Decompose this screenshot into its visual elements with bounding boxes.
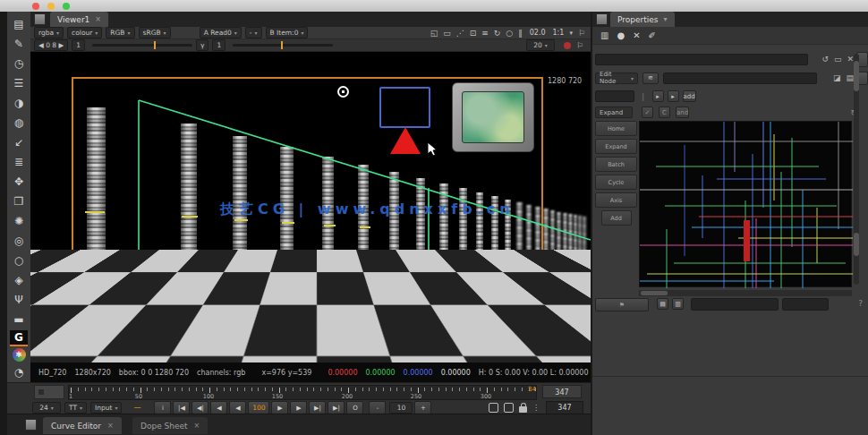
monitor-out-icon[interactable]: ⊡ (470, 29, 477, 38)
fps-dropdown[interactable]: 24 (32, 402, 61, 414)
particles-icon[interactable]: ✺ (10, 212, 28, 230)
chevron-down-icon[interactable]: ▾ (569, 30, 573, 37)
gain-value[interactable]: 1 (72, 39, 85, 51)
chevron-down-icon[interactable]: ▾ (663, 15, 667, 23)
viewer-settings-icon[interactable]: ⚐ (578, 29, 585, 38)
goto-end-button[interactable]: ▶| (328, 401, 345, 414)
wipe-dropdown[interactable]: - (245, 27, 262, 38)
range-toggle-icon[interactable] (489, 403, 498, 413)
pane-menu-button-bottom[interactable] (25, 419, 37, 431)
dotted-range-icon[interactable]: ⋮ (532, 404, 540, 412)
viewer-process-dropdown[interactable]: sRGB (139, 27, 171, 38)
increment-button[interactable]: + (414, 401, 431, 414)
ofx-icon[interactable]: ✱ (13, 348, 26, 362)
3d-icon[interactable]: ❐ (10, 192, 28, 210)
footer-field-2[interactable] (782, 298, 829, 311)
curve-item-master[interactable]: Home (595, 121, 637, 136)
tab-close-icon[interactable]: × (107, 422, 114, 430)
tab-close-icon[interactable]: × (95, 15, 101, 23)
pane-menu-button[interactable] (34, 13, 46, 25)
horizontal-scrollbar[interactable] (639, 290, 852, 296)
prev-frame-button[interactable]: ◀ (229, 401, 246, 414)
tab-viewer1[interactable]: Viewer1 × (50, 12, 108, 27)
curve-item-cycle[interactable]: Cycle (595, 175, 637, 190)
pane-menu-button-right[interactable] (596, 13, 608, 25)
increment-field[interactable]: 10 (389, 402, 413, 414)
pause-icon[interactable]: ‖ (518, 29, 523, 38)
snapshot-icon[interactable]: ⚐ (576, 41, 583, 50)
minimize-icon[interactable]: ▭ (834, 55, 842, 64)
current-frame-field[interactable]: 100 (248, 401, 269, 414)
filter-a-button[interactable]: ▸ (652, 90, 664, 102)
edit-icon[interactable]: ✐ (649, 30, 656, 40)
prev-keyframe-button[interactable]: ◀| (191, 401, 208, 414)
tab-curve-editor[interactable]: Curve Editor × (43, 417, 122, 434)
metadata-icon[interactable]: ◈ (10, 271, 28, 289)
g-icon[interactable]: G (10, 330, 28, 346)
node-name-field[interactable] (595, 54, 808, 65)
layer-icon[interactable]: ▤ (846, 73, 854, 82)
timeline-marker-box[interactable] (34, 385, 64, 399)
other-icon[interactable]: ▬ (10, 311, 28, 328)
clock-icon[interactable]: ◔ (10, 363, 28, 381)
lock-icon[interactable] (519, 406, 527, 413)
decrement-button[interactable]: - (369, 401, 386, 414)
next-frame-button[interactable]: ▶ (290, 401, 307, 414)
scanline-icon[interactable]: ≡ (481, 29, 489, 38)
roi-icon[interactable]: ○ (506, 29, 513, 38)
layer-dropdown[interactable]: rgba (34, 27, 64, 38)
input-a-dropdown[interactable]: A Read0 (200, 27, 242, 38)
views-icon[interactable]: ○ (10, 252, 28, 269)
play-forward-button[interactable]: ▶ (271, 401, 288, 414)
monitor-card[interactable] (452, 82, 534, 152)
graph-canvas[interactable] (639, 121, 852, 287)
loop-button[interactable]: O (346, 401, 363, 414)
range-toggle2-icon[interactable] (504, 403, 514, 413)
filter-add-button[interactable]: add (683, 90, 696, 102)
input-b-dropdown[interactable]: B Item:0 (266, 27, 309, 38)
color-swatch-icon[interactable]: ◪ (833, 73, 841, 82)
color-icon[interactable]: ◑ (10, 94, 28, 112)
next-keyframe-button[interactable]: ▶| (309, 401, 326, 414)
curve-item-add[interactable]: Add (601, 210, 632, 226)
filter-icon[interactable]: ◍ (10, 114, 28, 132)
value-field[interactable] (663, 72, 817, 84)
frame-ruler[interactable]: 150100150200250300340 (68, 385, 537, 400)
input-dropdown[interactable]: Input (90, 402, 122, 414)
zoom-ratio-dropdown[interactable]: 1:1 (553, 29, 565, 37)
viewer-canvas[interactable]: 1280 720 HD_720 技艺CG | www.qdnxxfb.cn (30, 52, 591, 362)
keyer-icon[interactable]: ↙ (10, 133, 28, 151)
clear-panels-icon[interactable]: ✕ (633, 30, 640, 40)
frame-format-icon[interactable]: ◱ (430, 29, 438, 38)
channel-icon[interactable]: ☰ (10, 74, 28, 92)
channels-dropdown[interactable]: RGB (106, 27, 134, 38)
merge-icon[interactable]: ≣ (10, 153, 28, 171)
display-dropdown[interactable]: colour (67, 27, 102, 38)
play-backward-button[interactable]: ◀ (210, 401, 227, 414)
channels-button[interactable]: ≋ (642, 72, 659, 84)
vertical-scrollbar[interactable] (854, 54, 859, 285)
curve-item-axis[interactable]: Axis (595, 192, 637, 208)
filter-field[interactable] (595, 90, 634, 102)
checker-icon[interactable]: ⋰ (456, 29, 464, 38)
refresh-icon[interactable]: ↻ (494, 29, 501, 38)
option-well-1[interactable]: ✓ (642, 107, 653, 118)
filter-b-button[interactable]: ▸ (668, 90, 679, 102)
help-icon[interactable]: ? (858, 299, 863, 308)
wipe-icon[interactable]: ▭ (443, 29, 451, 38)
frame-info-button[interactable]: i (154, 401, 171, 414)
gamma-slider[interactable] (233, 44, 333, 47)
transform-icon[interactable]: ✥ (10, 173, 28, 191)
flag-dropdown[interactable]: TT (64, 402, 87, 414)
toolsets-icon[interactable]: Ψ (10, 291, 28, 309)
time-icon[interactable]: ◷ (10, 55, 28, 72)
footer-list-icon[interactable]: ▥ (672, 298, 684, 310)
zoom-window-button[interactable] (63, 3, 70, 10)
option-well-3[interactable]: and (676, 107, 689, 118)
footer-grid-icon[interactable]: ▤ (657, 298, 668, 310)
curve-item-batch[interactable]: Batch (595, 157, 637, 172)
footer-flag-button[interactable]: ⚑ (595, 298, 649, 311)
gamma-value[interactable]: 1 (212, 39, 226, 51)
deep-icon[interactable]: ◎ (10, 232, 28, 250)
close-window-button[interactable] (32, 3, 39, 10)
